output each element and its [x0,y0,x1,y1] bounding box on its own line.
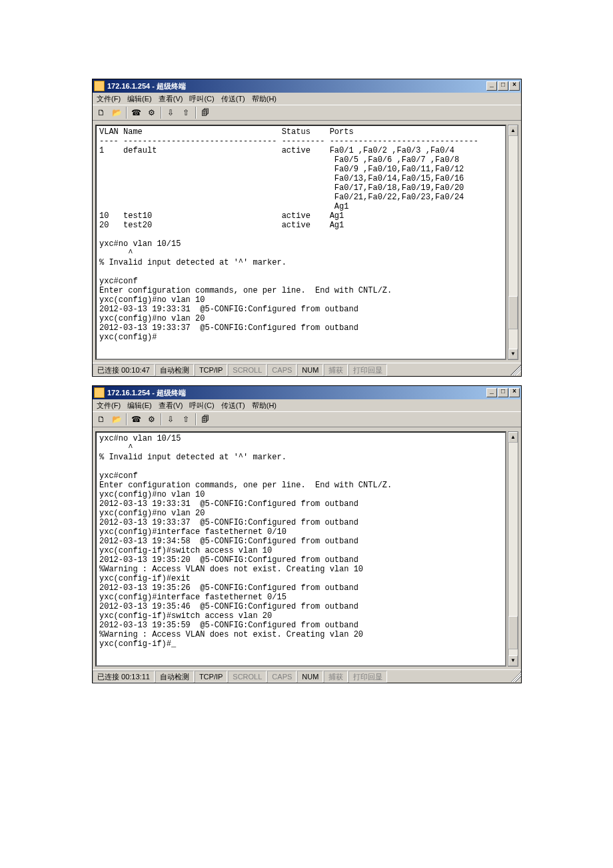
app-icon [94,387,105,398]
maximize-button[interactable]: □ [498,81,508,91]
hyperterminal-window-1: 172.16.1.254 - 超级终端 _ □ × 文件(F) 编辑(E) 查看… [92,79,522,377]
connect-icon[interactable]: ☎ [129,413,143,426]
minimize-button[interactable]: _ [486,388,497,397]
status-scroll: SCROLL [228,364,267,376]
terminal-output: yxc#no vlan 10/15 ^ % Invalid input dete… [99,434,502,649]
scroll-thumb[interactable] [508,616,518,649]
scroll-up-icon[interactable]: ▲ [508,125,518,136]
status-printecho: 打印回显 [348,364,387,376]
window-title: 172.16.1.254 - 超级终端 [107,81,486,91]
hyperterminal-window-2: 172.16.1.254 - 超级终端 _ □ × 文件(F) 编辑(E) 查看… [92,385,522,683]
close-button[interactable]: × [509,81,520,91]
vertical-scrollbar[interactable]: ▲ ▼ [508,125,518,360]
scroll-thumb[interactable] [508,296,518,329]
send-icon[interactable]: ⇩ [163,413,178,426]
receive-icon[interactable]: ⇧ [179,413,193,426]
app-icon [94,81,105,91]
menu-call[interactable]: 呼叫(C) [188,401,215,411]
separator [195,107,196,119]
menu-help[interactable]: 帮助(H) [251,94,278,104]
titlebar[interactable]: 172.16.1.254 - 超级终端 _ □ × [93,79,521,93]
menu-view[interactable]: 查看(V) [157,401,185,411]
status-num: NUM [297,364,323,376]
status-caps: CAPS [267,671,297,683]
menu-transfer[interactable]: 传送(T) [220,401,247,411]
separator [126,413,127,425]
terminal[interactable]: yxc#no vlan 10/15 ^ % Invalid input dete… [95,431,506,667]
scroll-down-icon[interactable]: ▼ [508,349,518,359]
status-protocol: TCP/IP [195,364,227,376]
status-connected: 已连接 00:10:47 [93,364,155,376]
toolbar: 🗋 📂 ☎ ⚙ ⇩ ⇧ 🗐 [93,411,521,427]
open-icon[interactable]: 📂 [109,413,124,426]
menubar: 文件(F) 编辑(E) 查看(V) 呼叫(C) 传送(T) 帮助(H) [93,399,521,411]
close-button[interactable]: × [509,388,520,397]
open-icon[interactable]: 📂 [109,106,124,119]
new-icon[interactable]: 🗋 [94,106,109,119]
terminal[interactable]: VLAN Name Status Ports ---- ------------… [95,125,506,360]
statusbar: 已连接 00:13:11 自动检测 TCP/IP SCROLL CAPS NUM… [93,669,521,683]
scroll-track[interactable] [508,136,518,349]
status-num: NUM [297,671,323,683]
separator [126,107,127,119]
menu-edit[interactable]: 编辑(E) [126,94,153,104]
disconnect-icon[interactable]: ⚙ [144,413,159,426]
window-title: 172.16.1.254 - 超级终端 [107,388,486,398]
minimize-button[interactable]: _ [486,81,497,91]
send-icon[interactable]: ⇩ [163,106,178,119]
resize-grip-icon[interactable] [510,671,521,682]
maximize-button[interactable]: □ [498,388,508,397]
menu-file[interactable]: 文件(F) [95,94,122,104]
menu-help[interactable]: 帮助(H) [251,401,278,411]
receive-icon[interactable]: ⇧ [179,106,193,119]
connect-icon[interactable]: ☎ [129,106,143,119]
menu-view[interactable]: 查看(V) [157,94,185,104]
scroll-down-icon[interactable]: ▼ [508,655,518,666]
separator [195,413,196,425]
menu-file[interactable]: 文件(F) [95,401,122,411]
menu-edit[interactable]: 编辑(E) [126,401,153,411]
status-protocol: TCP/IP [195,671,227,683]
properties-icon[interactable]: 🗐 [198,413,213,426]
titlebar[interactable]: 172.16.1.254 - 超级终端 _ □ × [93,386,521,399]
status-printecho: 打印回显 [348,671,387,683]
disconnect-icon[interactable]: ⚙ [144,106,159,119]
status-capture: 捕获 [324,364,348,376]
menubar: 文件(F) 编辑(E) 查看(V) 呼叫(C) 传送(T) 帮助(H) [93,93,521,105]
status-auto: 自动检测 [155,671,194,683]
properties-icon[interactable]: 🗐 [198,106,213,119]
status-capture: 捕获 [324,671,348,683]
scroll-up-icon[interactable]: ▲ [508,432,518,443]
client-area: yxc#no vlan 10/15 ^ % Invalid input dete… [93,427,521,669]
status-caps: CAPS [267,364,297,376]
separator [161,107,161,119]
terminal-output: VLAN Name Status Ports ---- ------------… [99,127,502,342]
status-auto: 自动检测 [155,364,194,376]
new-icon[interactable]: 🗋 [94,413,109,426]
statusbar: 已连接 00:10:47 自动检测 TCP/IP SCROLL CAPS NUM… [93,363,521,376]
vertical-scrollbar[interactable]: ▲ ▼ [508,431,518,667]
client-area: VLAN Name Status Ports ---- ------------… [93,121,521,363]
status-scroll: SCROLL [228,671,267,683]
menu-transfer[interactable]: 传送(T) [220,94,247,104]
resize-grip-icon[interactable] [510,365,521,375]
scroll-track[interactable] [508,443,518,655]
menu-call[interactable]: 呼叫(C) [188,94,215,104]
separator [161,413,161,425]
status-connected: 已连接 00:13:11 [93,671,155,683]
toolbar: 🗋 📂 ☎ ⚙ ⇩ ⇧ 🗐 [93,105,521,121]
